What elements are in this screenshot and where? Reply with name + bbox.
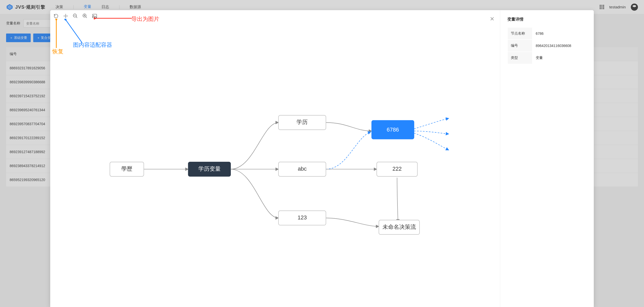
svg-text:6786: 6786 [387, 126, 399, 133]
graph-canvas[interactable]: ✕ 导出为图片 图内容适配容器 恢复 [50, 10, 500, 307]
svg-text:123: 123 [298, 214, 307, 221]
graph-svg: 學歷 学历变量 学历 abc 123 6786 222 未命名决策流 [50, 10, 500, 307]
svg-text:学历: 学历 [297, 119, 308, 125]
detail-panel: 变量详情 节点名称6786 编号896420134116036608 类型变量 [500, 10, 594, 307]
detail-type: 变量 [533, 52, 586, 64]
detail-type-label: 类型 [508, 52, 532, 64]
svg-rect-3 [93, 14, 97, 18]
svg-text:abc: abc [298, 166, 307, 172]
svg-text:222: 222 [392, 166, 402, 172]
close-icon[interactable]: ✕ [490, 16, 494, 22]
detail-id-label: 编号 [508, 40, 532, 52]
svg-text:学历变量: 学历变量 [198, 166, 221, 172]
zoom-out-icon[interactable] [73, 13, 78, 19]
detail-id: 896420134116036608 [533, 40, 586, 52]
graph-toolbar [53, 13, 97, 19]
export-image-icon[interactable] [92, 13, 97, 19]
fit-icon[interactable] [63, 13, 68, 19]
detail-title: 变量详情 [507, 17, 587, 22]
svg-point-4 [93, 15, 94, 16]
graph-modal: ✕ 导出为图片 图内容适配容器 恢复 [50, 10, 594, 307]
zoom-in-icon[interactable] [82, 13, 88, 19]
svg-point-0 [65, 15, 66, 17]
detail-node-name: 6786 [533, 28, 586, 39]
svg-text:未命名决策流: 未命名决策流 [382, 224, 416, 230]
svg-text:學歷: 學歷 [121, 166, 132, 172]
restore-icon[interactable] [53, 13, 59, 19]
detail-node-name-label: 节点名称 [508, 28, 532, 39]
